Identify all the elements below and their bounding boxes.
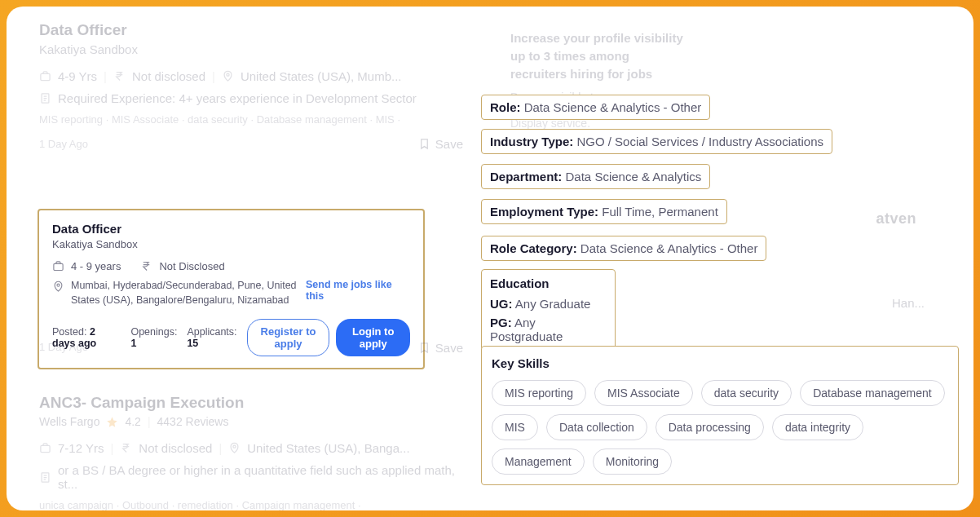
svg-rect-3: [54, 263, 63, 270]
job-description-row: or a BS / BA degree or higher in a quant…: [39, 463, 463, 491]
tag: MIS reporting: [39, 113, 112, 126]
employment-label: Employment Type:: [490, 205, 598, 219]
job-salary: Not disclosed: [132, 69, 205, 83]
education-pg: PG: Any Postgraduate: [490, 316, 607, 343]
job-location: United States (USA), Mumb...: [241, 69, 402, 83]
role-label: Role:: [490, 100, 521, 114]
highlight-meta: 4 - 9 years Not Disclosed: [52, 260, 410, 272]
document-icon: [39, 471, 51, 484]
role-value: Data Science & Analytics - Other: [524, 100, 702, 114]
rupee-icon: [120, 442, 132, 454]
rupee-icon: [140, 260, 152, 272]
education-box: Education UG: Any Graduate PG: Any Postg…: [481, 269, 616, 351]
highlight-location-row: Mumbai, Hyderabad/Secunderabad, Pune, Un…: [52, 279, 410, 307]
left-column: Data Officer Kakatiya Sandbox 4-9 Yrs | …: [39, 7, 463, 166]
role-box: Role: Data Science & Analytics - Other: [481, 95, 710, 120]
location-icon: [52, 281, 64, 293]
promo-heading: Increase your profile visibility up to 3…: [481, 7, 962, 82]
skills-chips: MIS reporting MIS Associate data securit…: [492, 380, 948, 475]
posted-below: 1 Day Ago: [39, 341, 88, 355]
highlight-location: Mumbai, Hyderabad/Secunderabad, Pune, Un…: [71, 279, 299, 307]
job-company: Kakatiya Sandbox: [39, 42, 463, 56]
briefcase-icon: [52, 260, 64, 272]
department-label: Department:: [490, 170, 562, 183]
svg-rect-5: [41, 445, 50, 452]
skill-chip[interactable]: Management: [492, 449, 585, 475]
skill-chip[interactable]: data integrity: [772, 414, 863, 440]
industry-box: Industry Type: NGO / Social Services / I…: [481, 129, 832, 154]
save-button[interactable]: Save: [418, 137, 463, 151]
job-description: or a BS / BA degree or higher in a quant…: [58, 463, 463, 491]
svg-rect-0: [41, 73, 50, 80]
skill-chip[interactable]: MIS Associate: [594, 380, 693, 406]
job-title: Data Officer: [39, 21, 463, 39]
job-meta-row: 7-12 Yrs | Not disclosed | United States…: [39, 441, 463, 455]
skill-chip[interactable]: MIS reporting: [492, 380, 586, 406]
category-value: Data Science & Analytics - Other: [580, 241, 758, 255]
job-card[interactable]: Data Officer Kakatiya Sandbox 4-9 Yrs | …: [39, 7, 463, 166]
tag: MIS Associate: [112, 113, 188, 126]
truncated-text: Han...: [892, 296, 925, 310]
company-row: Wells Fargo 4.2 | 4432 Reviews: [39, 415, 463, 428]
star-icon: [106, 416, 118, 428]
separator: |: [212, 69, 215, 83]
tag: data security: [188, 113, 257, 126]
category-box: Role Category: Data Science & Analytics …: [481, 236, 766, 261]
skill-chip[interactable]: Data collection: [546, 414, 647, 440]
job-title: ANC3- Campaign Execution: [39, 394, 463, 412]
save-label: Save: [435, 341, 463, 355]
location-icon: [222, 70, 234, 82]
tag: Campaign management: [242, 499, 361, 510]
skill-chip[interactable]: Data processing: [656, 414, 764, 440]
atven-logo: atven: [876, 210, 916, 228]
tag: unica campaign: [39, 499, 122, 510]
document-icon: [39, 92, 51, 104]
rupee-icon: [113, 70, 126, 82]
job-salary: Not disclosed: [139, 441, 212, 455]
skills-box: Key Skills MIS reporting MIS Associate d…: [481, 346, 959, 485]
job-card[interactable]: ANC3- Campaign Execution Wells Fargo 4.2…: [39, 394, 463, 510]
job-experience: 7-12 Yrs: [58, 441, 104, 455]
svg-point-1: [227, 73, 229, 76]
separator: |: [104, 69, 107, 83]
tag: remediation: [178, 499, 242, 510]
department-value: Data Science & Analytics: [566, 170, 702, 183]
tag: Database management: [257, 113, 376, 126]
job-experience: 4-9 Yrs: [58, 69, 97, 83]
skill-chip[interactable]: Monitoring: [593, 449, 672, 475]
skill-chip[interactable]: MIS: [492, 414, 538, 440]
industry-value: NGO / Social Services / Industry Associa…: [576, 135, 823, 148]
svg-point-4: [57, 284, 60, 286]
highlight-company: Kakatiya Sandbox: [52, 238, 410, 250]
job-description: Required Experience: 4+ years experience…: [58, 91, 417, 105]
industry-label: Industry Type:: [490, 135, 573, 148]
job-footer: 1 Day Ago Save: [39, 137, 463, 151]
skill-chip[interactable]: Database management: [800, 380, 945, 406]
highlight-salary: Not Disclosed: [159, 260, 224, 272]
skills-title: Key Skills: [492, 356, 948, 370]
department-box: Department: Data Science & Analytics: [481, 164, 710, 189]
job-reviews: 4432 Reviews: [157, 415, 229, 428]
category-label: Role Category:: [490, 241, 577, 255]
job-tags: unica campaign Outbound remediation Camp…: [39, 499, 463, 510]
employment-box: Employment Type: Full Time, Permanent: [481, 199, 727, 224]
education-ug: UG: Any Graduate: [490, 297, 607, 311]
location-icon: [228, 442, 241, 454]
bookmark-icon: [418, 138, 430, 150]
employment-value: Full Time, Permanent: [602, 205, 718, 219]
svg-point-6: [233, 445, 236, 448]
job-location: United States (USA), Banga...: [247, 441, 409, 455]
highlight-experience: 4 - 9 years: [71, 260, 121, 272]
save-button[interactable]: Save: [418, 341, 463, 355]
skill-chip[interactable]: data security: [701, 380, 792, 406]
send-jobs-link[interactable]: Send me jobs like this: [306, 279, 410, 302]
bookmark-icon: [418, 342, 430, 354]
page-container: Data Officer Kakatiya Sandbox 4-9 Yrs | …: [7, 7, 973, 510]
job-description-row: Required Experience: 4+ years experience…: [39, 91, 463, 105]
save-label: Save: [435, 137, 463, 151]
job-company: Wells Fargo: [39, 415, 99, 428]
job-meta-row: 4-9 Yrs | Not disclosed | United States …: [39, 69, 463, 83]
job-tags: MIS reporting MIS Associate data securit…: [39, 113, 463, 126]
briefcase-icon: [39, 442, 51, 454]
posted-save-row: 1 Day Ago Save: [39, 341, 463, 355]
